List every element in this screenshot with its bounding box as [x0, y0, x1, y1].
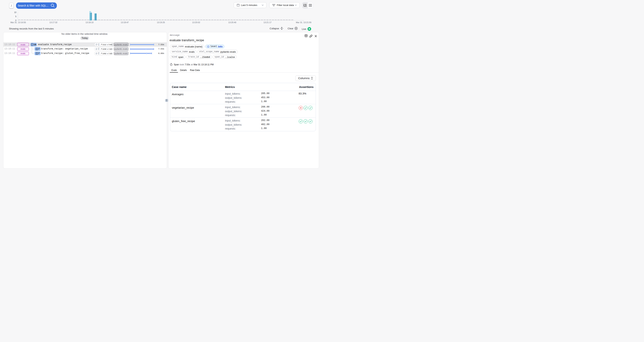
svg-text:13:21:17: 13:21:17 — [264, 21, 272, 24]
svg-text:Mar 31. 13:16:55: Mar 31. 13:16:55 — [10, 21, 26, 24]
svg-text:13:18:10: 13:18:10 — [86, 21, 94, 24]
svg-text:13:18:47: 13:18:47 — [121, 21, 129, 24]
svg-text:13:17:32: 13:17:32 — [50, 21, 58, 24]
svg-text:10: 10 — [14, 11, 16, 14]
svg-text:Mar 31. 13:21:55: Mar 31. 13:21:55 — [296, 21, 312, 24]
svg-text:5: 5 — [15, 15, 16, 18]
svg-text:13:20:02: 13:20:02 — [192, 21, 200, 24]
svg-text:13:19:25: 13:19:25 — [157, 21, 165, 24]
svg-text:13:20:40: 13:20:40 — [228, 21, 236, 24]
